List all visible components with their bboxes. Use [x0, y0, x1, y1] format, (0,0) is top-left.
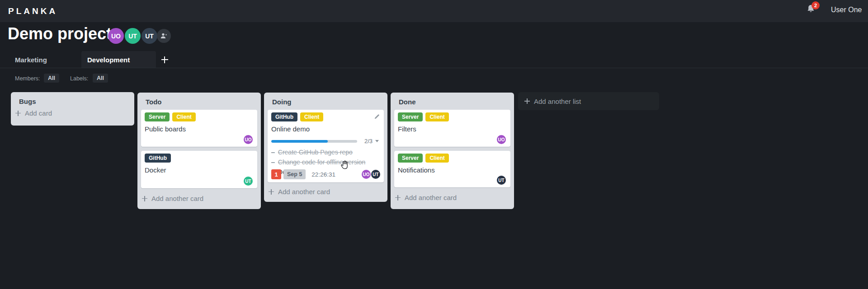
- list-done: Done Server Client Filters UO Server Cli…: [391, 93, 514, 209]
- edit-card-button[interactable]: [373, 113, 380, 120]
- task-text: Change code for offline version: [278, 158, 366, 166]
- progress-bar: [271, 140, 357, 143]
- list-header: Todo: [137, 93, 261, 110]
- add-another-card-button[interactable]: Add another card: [391, 194, 514, 201]
- members-filter-label: Members:: [15, 75, 40, 82]
- chevron-down-icon[interactable]: [375, 140, 379, 142]
- card-members: UO UT: [362, 170, 380, 179]
- card-footer: 1 Sep 5 22:26:31 UO UT: [271, 169, 380, 179]
- label-chip: GitHub: [145, 154, 171, 163]
- label-chips: GitHub Client: [271, 112, 380, 121]
- avatar: UT: [497, 176, 506, 185]
- list-header: Done: [391, 93, 514, 110]
- card-title: Public boards: [145, 125, 254, 134]
- cards-container: Server Client Public boards UO GitHub Do…: [137, 110, 261, 188]
- progress-fill: [271, 140, 328, 143]
- tabs-divider: [0, 68, 868, 68]
- user-plus-icon: [160, 32, 168, 40]
- notification-count-badge: 2: [811, 1, 820, 9]
- plus-icon: [161, 56, 168, 63]
- notifications-button[interactable]: 2: [806, 4, 821, 19]
- card-title: Notifications: [398, 166, 507, 175]
- list-header: Bugs: [11, 92, 134, 109]
- avatar[interactable]: UT: [125, 28, 141, 44]
- app-logo[interactable]: PLANKA: [8, 6, 57, 16]
- plus-icon: [395, 195, 401, 200]
- avatar: UO: [244, 135, 253, 144]
- card-online-demo[interactable]: GitHub Client Online demo 2/3 –Create Gi…: [268, 110, 384, 182]
- list-title[interactable]: Bugs: [19, 98, 36, 105]
- plus-icon: [15, 111, 21, 116]
- label-chip: Client: [172, 112, 195, 121]
- task-text: Create GitHub Pages repo: [278, 149, 353, 156]
- avatar[interactable]: UO: [108, 28, 124, 44]
- avatar: UT: [244, 177, 253, 186]
- add-member-button[interactable]: [157, 29, 171, 43]
- add-card-button[interactable]: Add card: [11, 109, 134, 117]
- add-card-label: Add card: [25, 109, 52, 117]
- page-title[interactable]: Demo project: [8, 24, 112, 43]
- card-notifications[interactable]: Server Client Notifications UT: [394, 151, 510, 187]
- add-card-label: Add another card: [405, 194, 457, 201]
- add-list-label: Add another list: [534, 98, 581, 105]
- tab-label: Marketing: [15, 56, 47, 64]
- label-chip: GitHub: [271, 112, 297, 121]
- add-board-button[interactable]: [158, 53, 171, 66]
- list-header: Doing: [264, 93, 387, 110]
- user-menu[interactable]: User One: [831, 6, 862, 14]
- card-filters[interactable]: Server Client Filters UO: [394, 110, 510, 147]
- labels-filter-value[interactable]: All: [93, 74, 108, 83]
- card-title: Docker: [145, 166, 254, 175]
- card-docker[interactable]: GitHub Docker UT: [141, 151, 257, 188]
- label-chip: Server: [398, 112, 423, 121]
- card-title: Filters: [398, 125, 507, 134]
- list-title[interactable]: Done: [399, 98, 416, 106]
- task-item: –Change code for offline version: [271, 157, 380, 167]
- avatar: UO: [497, 135, 506, 144]
- tab-marketing[interactable]: Marketing: [9, 51, 81, 68]
- cards-container: GitHub Client Online demo 2/3 –Create Gi…: [264, 110, 387, 182]
- label-chips: Server Client: [398, 154, 507, 163]
- label-chip: Server: [145, 112, 170, 121]
- add-card-label: Add another card: [151, 195, 203, 202]
- avatar: UO: [362, 170, 371, 179]
- label-chips: Server Client: [398, 112, 507, 121]
- label-chips: Server Client: [145, 112, 254, 121]
- list-doing: Doing GitHub Client Online demo: [264, 93, 387, 202]
- pencil-icon: [373, 113, 380, 120]
- progress-count: 2/3: [364, 138, 373, 144]
- members-filter-value[interactable]: All: [44, 74, 59, 83]
- project-members: UO UT UT: [108, 28, 157, 44]
- tasks-progress: 2/3: [271, 138, 380, 144]
- stopwatch-value[interactable]: 22:26:31: [311, 171, 335, 178]
- label-chips: GitHub: [145, 154, 254, 163]
- avatar: UT: [371, 170, 380, 179]
- list-todo: Todo Server Client Public boards UO GitH…: [137, 93, 261, 209]
- task-item: –Create GitHub Pages repo: [271, 147, 380, 157]
- planka-app: PLANKA 2 User One Demo project UO UT UT: [0, 0, 868, 289]
- card-notification-badge: 1: [271, 169, 281, 179]
- app-header-bar: PLANKA 2 User One: [0, 0, 868, 22]
- label-chip: Client: [425, 112, 448, 121]
- label-chip: Client: [425, 154, 448, 163]
- card-title: Online demo: [271, 125, 380, 134]
- add-another-card-button[interactable]: Add another card: [264, 188, 387, 196]
- plus-icon: [269, 189, 274, 195]
- tab-label: Development: [87, 56, 130, 64]
- plus-icon: [524, 98, 530, 104]
- add-card-label: Add another card: [278, 188, 330, 196]
- avatar[interactable]: UT: [142, 28, 157, 44]
- tab-development[interactable]: Development: [81, 51, 156, 68]
- plus-icon: [142, 196, 147, 201]
- list-title[interactable]: Doing: [272, 98, 292, 106]
- label-chip: Client: [300, 112, 323, 121]
- add-another-list-button[interactable]: Add another list: [518, 92, 659, 110]
- list-title[interactable]: Todo: [146, 98, 162, 106]
- list-bugs: Bugs Add card: [11, 92, 134, 126]
- label-chip: Server: [398, 154, 423, 163]
- cards-container: Server Client Filters UO Server Client N…: [391, 110, 514, 187]
- add-another-card-button[interactable]: Add another card: [137, 195, 261, 202]
- card-public-boards[interactable]: Server Client Public boards UO: [141, 110, 257, 147]
- labels-filter-label: Labels:: [70, 75, 88, 82]
- due-date-badge[interactable]: Sep 5: [283, 169, 306, 179]
